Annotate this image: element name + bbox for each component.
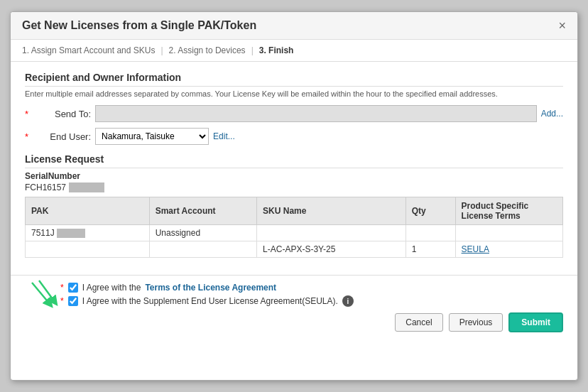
previous-button[interactable]: Previous (449, 313, 503, 332)
add-link[interactable]: Add... (541, 109, 563, 119)
info-icon[interactable]: i (342, 295, 354, 307)
col-terms-header: Product SpecificLicense Terms (455, 197, 562, 225)
footer-buttons: Cancel Previous Submit (25, 312, 563, 332)
send-to-required: * (25, 109, 28, 119)
license-section-title: License Request (25, 153, 563, 168)
close-button[interactable]: × (558, 19, 566, 32)
sku-value: L-AC-APX-S-3Y-25 (263, 244, 335, 254)
sku-cell-1 (257, 225, 406, 241)
agree1-text: I Agree with the (82, 283, 141, 293)
pak-cell-2 (26, 241, 150, 258)
recipient-section-desc: Enter multiple email addresses separated… (25, 89, 563, 98)
modal-dialog: Get New Licenses from a Single PAK/Token… (10, 11, 578, 381)
modal-body: Recipient and Owner Information Enter mu… (11, 62, 577, 268)
send-to-row: * Send To: Add... (25, 105, 563, 122)
step3-label: 3. Finish (259, 45, 294, 55)
pak-value: 7511J (31, 228, 55, 238)
col-sku-header: SKU Name (257, 197, 406, 225)
agree1-star: * (60, 283, 64, 293)
modal-footer: * I Agree with the Terms of the License … (11, 275, 577, 339)
agree-row-1: * I Agree with the Terms of the License … (60, 283, 563, 293)
seula-link[interactable]: SEULA (462, 244, 489, 254)
step-sep2: | (251, 45, 254, 55)
pak-blur (57, 229, 85, 238)
cancel-button[interactable]: Cancel (395, 313, 442, 332)
col-qty-header: Qty (405, 197, 455, 225)
send-to-input[interactable] (95, 105, 537, 122)
serial-header: SerialNumber (25, 171, 563, 181)
sku-cell-2: L-AC-APX-S-3Y-25 (257, 241, 406, 258)
agree-section: * I Agree with the Terms of the License … (25, 283, 563, 307)
license-table: PAK Smart Account SKU Name Qty Product S… (25, 197, 563, 258)
agree2-star: * (60, 296, 64, 306)
agree2-checkbox[interactable] (68, 296, 78, 306)
modal-title: Get New Licenses from a Single PAK/Token (22, 19, 256, 32)
send-to-label: Send To: (34, 109, 91, 119)
end-user-select[interactable]: Nakamura, Taisuke (95, 128, 209, 145)
end-user-required: * (25, 131, 28, 142)
edit-link[interactable]: Edit... (213, 131, 235, 141)
recipient-section-title: Recipient and Owner Information (25, 72, 563, 87)
col-pak-header: PAK (26, 197, 150, 225)
qty-value: 1 (412, 244, 417, 254)
serial-value: FCH16157 (25, 183, 563, 192)
step1-label: 1. Assign Smart Account and SKUs (22, 45, 155, 55)
end-user-row: * End User: Nakamura, Taisuke Edit... (25, 128, 563, 145)
table-row: L-AC-APX-S-3Y-25 1 SEULA (26, 241, 563, 258)
qty-cell-2: 1 (405, 241, 455, 258)
account-value: Unassigned (156, 228, 200, 238)
qty-cell-1 (405, 225, 455, 241)
account-cell-2 (149, 241, 256, 258)
col-account-header: Smart Account (149, 197, 256, 225)
agree2-text: I Agree with the Supplement End User Lic… (82, 296, 338, 306)
step2-label: 2. Assign to Devices (169, 45, 246, 55)
submit-button[interactable]: Submit (508, 312, 563, 332)
end-user-label: End User: (34, 131, 91, 142)
serial-section: SerialNumber FCH16157 (25, 171, 563, 192)
serial-prefix: FCH16157 (25, 183, 66, 192)
terms-link[interactable]: Terms of the License Agreement (145, 283, 276, 293)
table-row: 7511J Unassigned (26, 225, 563, 241)
agree-row-2: * I Agree with the Supplement End User L… (60, 295, 563, 307)
terms-cell-1 (455, 225, 562, 241)
account-cell: Unassigned (149, 225, 256, 241)
agree-container: * I Agree with the Terms of the License … (25, 283, 563, 307)
serial-blur (69, 183, 104, 192)
pak-cell: 7511J (26, 225, 150, 241)
license-section: License Request SerialNumber FCH16157 PA… (25, 153, 563, 258)
agree1-checkbox[interactable] (68, 283, 78, 293)
step-sep1: | (160, 45, 163, 55)
modal-header: Get New Licenses from a Single PAK/Token… (11, 12, 577, 40)
steps-bar: 1. Assign Smart Account and SKUs | 2. As… (11, 40, 577, 62)
table-header-row: PAK Smart Account SKU Name Qty Product S… (26, 197, 563, 225)
terms-cell-2: SEULA (455, 241, 562, 258)
